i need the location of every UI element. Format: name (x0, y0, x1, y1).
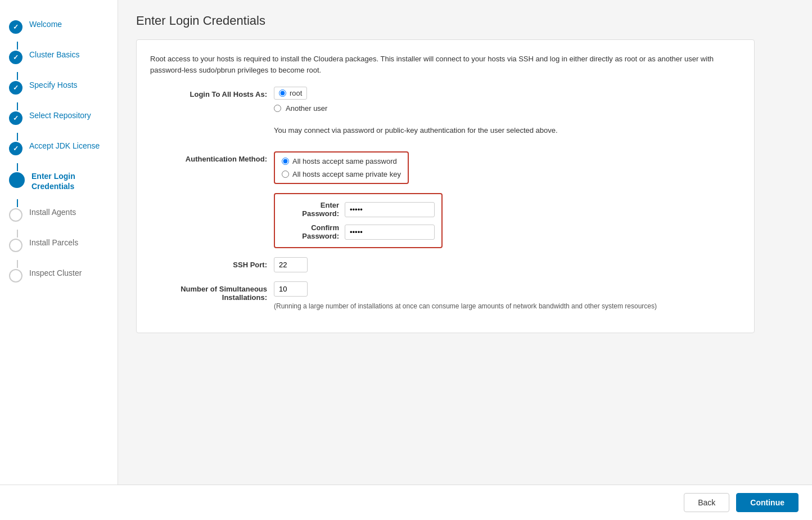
cluster-basics-icon: ✓ (9, 51, 22, 64)
sidebar-item-label: Install Parcels (29, 237, 78, 248)
enter-login-icon (9, 172, 25, 188)
confirm-password-input[interactable] (345, 225, 435, 240)
auth-password-option[interactable]: All hosts accept same password (282, 157, 401, 165)
sidebar-item-label: Install Agents (29, 207, 76, 217)
sidebar-item-label: Enter Login Credentials (31, 171, 109, 191)
simultaneous-row: Number of Simultaneous Installations: (R… (150, 281, 741, 310)
inspect-cluster-icon (9, 269, 22, 283)
enter-password-label: Enter Password: (282, 201, 345, 218)
sidebar-item-specify-hosts[interactable]: ✓ Specify Hosts (0, 72, 118, 102)
another-user-radio[interactable] (274, 105, 281, 112)
back-button[interactable]: Back (684, 493, 729, 512)
form-panel: Root access to your hosts is required to… (136, 39, 755, 333)
sidebar-item-enter-login-credentials[interactable]: Enter Login Credentials (0, 163, 118, 199)
sidebar-item-label: Welcome (29, 19, 62, 29)
info-text: Root access to your hosts is required to… (150, 53, 741, 75)
auth-password-label: All hosts accept same password (292, 157, 397, 165)
auth-private-key-radio[interactable] (282, 171, 289, 178)
main-content: Enter Login Credentials Root access to y… (118, 0, 812, 485)
auth-note-row: You may connect via password or public-k… (150, 126, 741, 142)
sidebar-item-inspect-cluster[interactable]: Inspect Cluster (0, 260, 118, 290)
another-user-label: Another user (286, 104, 327, 113)
login-hosts-row: Login To All Hosts As: root Another user (150, 87, 741, 117)
root-radio[interactable] (279, 89, 286, 97)
password-fields-spacer (150, 193, 274, 196)
root-radio-container[interactable]: root (274, 87, 307, 100)
continue-button[interactable]: Continue (736, 493, 799, 512)
auth-private-key-label: All hosts accept same private key (292, 170, 401, 178)
auth-note: You may connect via password or public-k… (274, 126, 741, 135)
specify-hosts-icon: ✓ (9, 81, 22, 95)
page-title: Enter Login Credentials (136, 14, 794, 28)
root-label: root (290, 89, 302, 97)
auth-private-key-option[interactable]: All hosts accept same private key (282, 170, 401, 178)
simultaneous-note: (Running a large number of installations… (274, 302, 741, 310)
enter-password-input[interactable] (345, 202, 435, 217)
auth-method-controls: All hosts accept same password All hosts… (274, 151, 741, 184)
ssh-port-controls (274, 257, 741, 272)
ssh-port-row: SSH Port: (150, 257, 741, 272)
sidebar-item-install-parcels[interactable]: Install Parcels (0, 230, 118, 260)
auth-radio-group: All hosts accept same password All hosts… (274, 151, 409, 184)
login-label: Login To All Hosts As: (150, 87, 274, 98)
login-controls: root Another user (274, 87, 741, 117)
footer: Back Continue (0, 485, 812, 520)
auth-password-radio[interactable] (282, 158, 289, 165)
auth-method-label: Authentication Method: (150, 151, 274, 163)
simultaneous-controls: (Running a large number of installations… (274, 281, 741, 310)
confirm-password-row: Confirm Password: (282, 223, 435, 240)
welcome-icon: ✓ (9, 20, 22, 34)
simultaneous-input[interactable] (274, 281, 308, 297)
sidebar-item-label: Select Repository (29, 110, 91, 120)
select-repository-icon: ✓ (9, 111, 22, 125)
sidebar-item-label: Specify Hosts (29, 80, 78, 90)
ssh-port-label: SSH Port: (150, 257, 274, 269)
sidebar-item-label: Cluster Basics (29, 50, 79, 60)
sidebar-item-label: Accept JDK License (29, 141, 100, 151)
auth-note-spacer (150, 126, 274, 129)
simultaneous-label: Number of Simultaneous Installations: (150, 281, 274, 302)
sidebar-item-accept-jdk-license[interactable]: ✓ Accept JDK License (0, 133, 118, 163)
accept-jdk-icon: ✓ (9, 142, 22, 155)
root-option[interactable]: root (274, 87, 741, 100)
sidebar: ✓ Welcome ✓ Cluster Basics ✓ Specify Hos… (0, 0, 118, 485)
auth-method-row: Authentication Method: All hosts accept … (150, 151, 741, 184)
sidebar-item-label: Inspect Cluster (29, 268, 82, 278)
password-fields-controls: Enter Password: Confirm Password: (274, 193, 741, 248)
ssh-port-input[interactable] (274, 257, 308, 272)
another-user-option[interactable]: Another user (274, 104, 741, 113)
sidebar-item-cluster-basics[interactable]: ✓ Cluster Basics (0, 42, 118, 72)
install-agents-icon (9, 208, 22, 222)
enter-password-row: Enter Password: (282, 201, 435, 218)
auth-note-controls: You may connect via password or public-k… (274, 126, 741, 142)
confirm-password-label: Confirm Password: (282, 223, 345, 240)
password-group: Enter Password: Confirm Password: (274, 193, 443, 248)
password-fields-row: Enter Password: Confirm Password: (150, 193, 741, 248)
sidebar-item-welcome[interactable]: ✓ Welcome (0, 11, 118, 42)
install-parcels-icon (9, 239, 22, 252)
sidebar-item-select-repository[interactable]: ✓ Select Repository (0, 102, 118, 133)
sidebar-item-install-agents[interactable]: Install Agents (0, 199, 118, 230)
